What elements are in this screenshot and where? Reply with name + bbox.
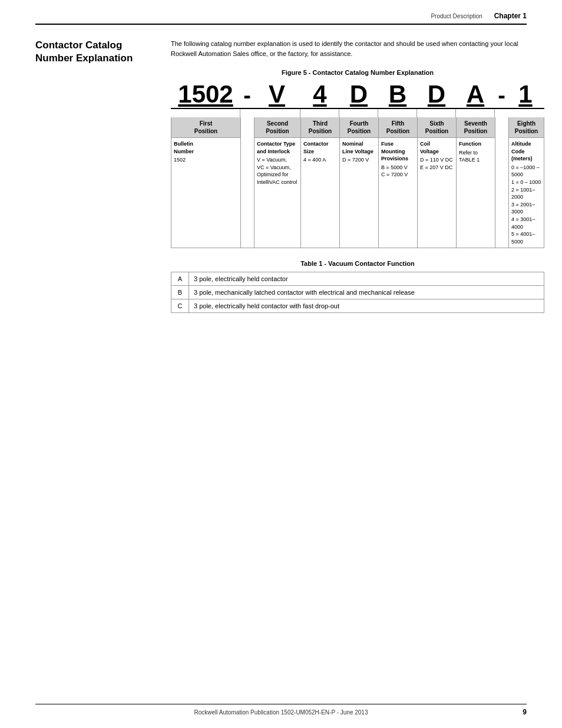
content-area: Contactor Catalog Number Explanation The… [35, 39, 527, 313]
table-row: B 3 pole, mechanically latched contactor… [171, 286, 544, 299]
pos-content-third: ContactorSize 4 = 400 A [301, 138, 339, 248]
pos-content-second: Contactor Typeand Interlock V = Vacuum,V… [254, 138, 300, 248]
pos-header-second: SecondPosition [254, 117, 300, 138]
footer-page: 9 [404, 708, 527, 716]
pos-content-seventh: Function Refer toTABLE 1 [457, 138, 495, 248]
pos-content-eighth: AltitudeCode (meters) 0 = –1000 – 50001 … [509, 138, 544, 248]
cn-dash2: - [495, 84, 508, 107]
pos-col-third: ThirdPosition ContactorSize 4 = 400 A [301, 117, 340, 248]
table1-title: Table 1 - Vacuum Contactor Function [171, 260, 544, 267]
pos-content-first: BulletinNumber 1502 [171, 138, 240, 248]
cn-D1: D [350, 82, 368, 107]
cn-A: A [467, 82, 484, 107]
table-row: C 3 pole, electrically held contactor wi… [171, 299, 544, 313]
pos-header-fourth: FourthPosition [340, 117, 378, 138]
page-header: Product Description Chapter 1 [35, 12, 527, 25]
intro-text: The following catalog number explanation… [171, 39, 544, 58]
pos-content-sixth: CoilVoltage D = 110 V DCE = 207 V DC [418, 138, 456, 248]
table-cell-code-a: A [171, 272, 189, 286]
cn-V: V [269, 82, 285, 107]
pos-col-sixth: SixthPosition CoilVoltage D = 110 V DCE … [418, 117, 457, 248]
pos-content-fifth: Fuse MountingProvisions B = 5000 VC = 72… [379, 138, 417, 248]
cn-D2: D [428, 82, 445, 107]
table-cell-desc-a: 3 pole, electrically held contactor [189, 272, 544, 286]
cn-1: 1 [518, 82, 532, 107]
table-cell-code-c: C [171, 299, 189, 313]
cn-B: B [389, 82, 406, 107]
pos-header-seventh: SeventhPosition [457, 117, 495, 138]
section-title: Contactor Catalog Number Explanation [35, 39, 153, 65]
catalog-diagram: 1502 - V 4 D [171, 82, 544, 248]
table-cell-code-b: B [171, 286, 189, 299]
pos-header-third: ThirdPosition [301, 117, 339, 138]
pos-header-sixth: SixthPosition [418, 117, 456, 138]
positions-table: FirstPosition BulletinNumber 1502 Second… [171, 117, 544, 248]
cn-4: 4 [313, 82, 326, 107]
table-cell-desc-b: 3 pole, mechanically latched contactor w… [189, 286, 544, 299]
pos-col-second: SecondPosition Contactor Typeand Interlo… [254, 117, 301, 248]
pos-header-first: FirstPosition [171, 117, 240, 138]
pos-col-first: FirstPosition BulletinNumber 1502 [171, 117, 241, 248]
pos-header-eighth: EighthPosition [509, 117, 544, 138]
func-table: A 3 pole, electrically held contactor B … [171, 272, 544, 313]
figure-title: Figure 5 - Contactor Catalog Number Expl… [171, 69, 544, 76]
cn-dash1: - [241, 84, 253, 107]
left-section: Contactor Catalog Number Explanation [35, 39, 153, 313]
cn-1502: 1502 [178, 82, 233, 107]
header-chapter: Chapter 1 [494, 12, 527, 20]
header-section: Product Description [431, 13, 482, 19]
footer-text: Rockwell Automation Publication 1502-UM0… [158, 709, 404, 716]
pos-col-eighth: EighthPosition AltitudeCode (meters) 0 =… [508, 117, 544, 248]
right-section: The following catalog number explanation… [171, 39, 544, 313]
page: Product Description Chapter 1 Contactor … [0, 0, 562, 337]
table-cell-desc-c: 3 pole, electrically held contactor with… [189, 299, 544, 313]
pos-content-fourth: NominalLine Voltage D = 7200 V [340, 138, 378, 248]
pos-header-fifth: FifthPosition [379, 117, 417, 138]
pos-col-fourth: FourthPosition NominalLine Voltage D = 7… [340, 117, 379, 248]
table1-section: Table 1 - Vacuum Contactor Function A 3 … [171, 260, 544, 313]
pos-col-fifth: FifthPosition Fuse MountingProvisions B … [379, 117, 418, 248]
pos-col-seventh: SeventhPosition Function Refer toTABLE 1 [457, 117, 495, 248]
table-row: A 3 pole, electrically held contactor [171, 272, 544, 286]
